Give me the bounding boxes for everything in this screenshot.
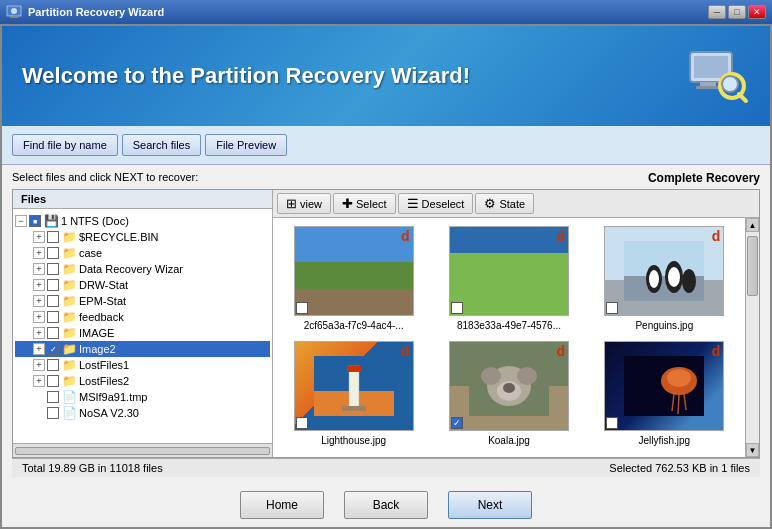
tree-item-epmstat[interactable]: + 📁 EPM-Stat bbox=[15, 293, 270, 309]
bottom-bar: Home Back Next bbox=[2, 483, 770, 527]
minimize-button[interactable]: ─ bbox=[708, 5, 726, 19]
thumb-wrapper-0[interactable]: d bbox=[294, 226, 414, 316]
recovery-badge-3: d bbox=[401, 343, 410, 359]
tree-expand-image[interactable]: + bbox=[33, 327, 45, 339]
tree-item-root[interactable]: − ■ 💾 1 NTFS (Doc) bbox=[15, 213, 270, 229]
tree-item-image2[interactable]: + ✓ 📁 Image2 bbox=[15, 341, 270, 357]
tree-expand-epmstat[interactable]: + bbox=[33, 295, 45, 307]
tree-expand-recycle[interactable]: + bbox=[33, 231, 45, 243]
thumb-wrapper-1[interactable]: d bbox=[449, 226, 569, 316]
home-button[interactable]: Home bbox=[240, 491, 324, 519]
deselect-button[interactable]: ☰ Deselect bbox=[398, 193, 474, 214]
view-button[interactable]: ⊞ view bbox=[277, 193, 331, 214]
tree-expand-lostfiles2[interactable]: + bbox=[33, 375, 45, 387]
file-preview-button[interactable]: File Preview bbox=[205, 134, 287, 156]
thumb-check-2[interactable] bbox=[606, 302, 618, 314]
tree-expand-case[interactable]: + bbox=[33, 247, 45, 259]
select-button[interactable]: ✚ Select bbox=[333, 193, 396, 214]
thumb-img-2 bbox=[604, 226, 724, 316]
thumb-item-1[interactable]: d 8183e33a-49e7-4576... bbox=[436, 226, 581, 331]
back-button[interactable]: Back bbox=[344, 491, 428, 519]
file-icon-nosa: 📄 bbox=[61, 406, 77, 420]
title-bar: Partition Recovery Wizard ─ □ ✕ bbox=[0, 0, 772, 24]
thumb-label-2: Penguins.jpg bbox=[635, 320, 693, 331]
thumb-img-5 bbox=[604, 341, 724, 431]
tree-item-nosa[interactable]: 📄 NoSA V2.30 bbox=[15, 405, 270, 421]
tree-check-datarecovery[interactable] bbox=[47, 263, 59, 275]
scroll-down-arrow[interactable]: ▼ bbox=[746, 443, 759, 457]
right-scrollbar[interactable]: ▲ ▼ bbox=[745, 218, 759, 457]
thumb-item-2[interactable]: d Penguins.jpg bbox=[592, 226, 737, 331]
thumb-img-3 bbox=[294, 341, 414, 431]
thumbnail-grid[interactable]: d 2cf65a3a-f7c9-4ac4-... d 8183e3 bbox=[273, 218, 745, 457]
thumb-check-3[interactable] bbox=[296, 417, 308, 429]
maximize-button[interactable]: □ bbox=[728, 5, 746, 19]
tree-check-image2[interactable]: ✓ bbox=[47, 343, 59, 355]
state-button[interactable]: ⚙ State bbox=[475, 193, 534, 214]
svg-rect-20 bbox=[347, 366, 361, 372]
thumb-check-0[interactable] bbox=[296, 302, 308, 314]
tree-label-nosa: NoSA V2.30 bbox=[79, 407, 139, 419]
svg-point-16 bbox=[682, 269, 696, 293]
thumb-wrapper-4[interactable]: d ✓ bbox=[449, 341, 569, 431]
tree-item-lostfiles1[interactable]: + 📁 LostFiles1 bbox=[15, 357, 270, 373]
scrollbar-thumb[interactable] bbox=[747, 236, 758, 296]
tree-expand-root[interactable]: − bbox=[15, 215, 27, 227]
thumb-check-1[interactable] bbox=[451, 302, 463, 314]
tree-label-drwstat: DRW-Stat bbox=[79, 279, 128, 291]
tree-check-msif9a91[interactable] bbox=[47, 391, 59, 403]
tree-label-lostfiles1: LostFiles1 bbox=[79, 359, 129, 371]
tree-item-msif9a91[interactable]: 📄 MSIf9a91.tmp bbox=[15, 389, 270, 405]
view-icon: ⊞ bbox=[286, 196, 297, 211]
tree-check-lostfiles2[interactable] bbox=[47, 375, 59, 387]
scroll-up-arrow[interactable]: ▲ bbox=[746, 218, 759, 232]
tree-check-case[interactable] bbox=[47, 247, 59, 259]
folder-icon-drwstat: 📁 bbox=[61, 278, 77, 292]
tree-item-drwstat[interactable]: + 📁 DRW-Stat bbox=[15, 277, 270, 293]
thumb-item-3[interactable]: d Lighthouse.jpg bbox=[281, 341, 426, 446]
thumb-wrapper-5[interactable]: d bbox=[604, 341, 724, 431]
thumb-item-0[interactable]: d 2cf65a3a-f7c9-4ac4-... bbox=[281, 226, 426, 331]
thumb-wrapper-3[interactable]: d bbox=[294, 341, 414, 431]
thumb-check-5[interactable] bbox=[606, 417, 618, 429]
next-button[interactable]: Next bbox=[448, 491, 532, 519]
tree-expand-image2[interactable]: + bbox=[33, 343, 45, 355]
tree-expand-lostfiles1[interactable]: + bbox=[33, 359, 45, 371]
search-files-button[interactable]: Search files bbox=[122, 134, 201, 156]
thumb-wrapper-2[interactable]: d bbox=[604, 226, 724, 316]
app-icon bbox=[6, 4, 22, 20]
right-toolbar: ⊞ view ✚ Select ☰ Deselect ⚙ State bbox=[273, 190, 759, 218]
tree-check-lostfiles1[interactable] bbox=[47, 359, 59, 371]
instruction-label: Select files and click NEXT to recover: … bbox=[12, 171, 760, 185]
tree-check-nosa[interactable] bbox=[47, 407, 59, 419]
file-tree-body[interactable]: − ■ 💾 1 NTFS (Doc) + 📁 $RECYCLE.BIN bbox=[13, 209, 272, 443]
folder-icon-image2: 📁 bbox=[61, 342, 77, 356]
tree-expand-feedback[interactable]: + bbox=[33, 311, 45, 323]
tree-item-case[interactable]: + 📁 case bbox=[15, 245, 270, 261]
scrollbar-track[interactable] bbox=[746, 232, 759, 443]
tree-check-epmstat[interactable] bbox=[47, 295, 59, 307]
tree-item-image[interactable]: + 📁 IMAGE bbox=[15, 325, 270, 341]
tree-expand-drwstat[interactable]: + bbox=[33, 279, 45, 291]
scrollbar-track-h[interactable] bbox=[15, 447, 270, 455]
find-file-button[interactable]: Find file by name bbox=[12, 134, 118, 156]
thumb-img-0 bbox=[294, 226, 414, 316]
folder-icon-lostfiles2: 📁 bbox=[61, 374, 77, 388]
tree-item-lostfiles2[interactable]: + 📁 LostFiles2 bbox=[15, 373, 270, 389]
thumb-check-4[interactable]: ✓ bbox=[451, 417, 463, 429]
tree-expand-datarecovery[interactable]: + bbox=[33, 263, 45, 275]
horizontal-scrollbar[interactable] bbox=[13, 443, 272, 457]
tree-check-image[interactable] bbox=[47, 327, 59, 339]
close-button[interactable]: ✕ bbox=[748, 5, 766, 19]
tree-check-root[interactable]: ■ bbox=[29, 215, 41, 227]
thumb-item-4[interactable]: d ✓ Koala.jpg bbox=[436, 341, 581, 446]
tree-label-datarecovery: Data Recovery Wizar bbox=[79, 263, 183, 275]
tree-item-datarecovery[interactable]: + 📁 Data Recovery Wizar bbox=[15, 261, 270, 277]
svg-rect-4 bbox=[694, 56, 728, 78]
tree-item-recycle[interactable]: + 📁 $RECYCLE.BIN bbox=[15, 229, 270, 245]
tree-check-recycle[interactable] bbox=[47, 231, 59, 243]
tree-check-feedback[interactable] bbox=[47, 311, 59, 323]
tree-check-drwstat[interactable] bbox=[47, 279, 59, 291]
thumb-item-5[interactable]: d Jellyfish.jpg bbox=[592, 341, 737, 446]
tree-item-feedback[interactable]: + 📁 feedback bbox=[15, 309, 270, 325]
